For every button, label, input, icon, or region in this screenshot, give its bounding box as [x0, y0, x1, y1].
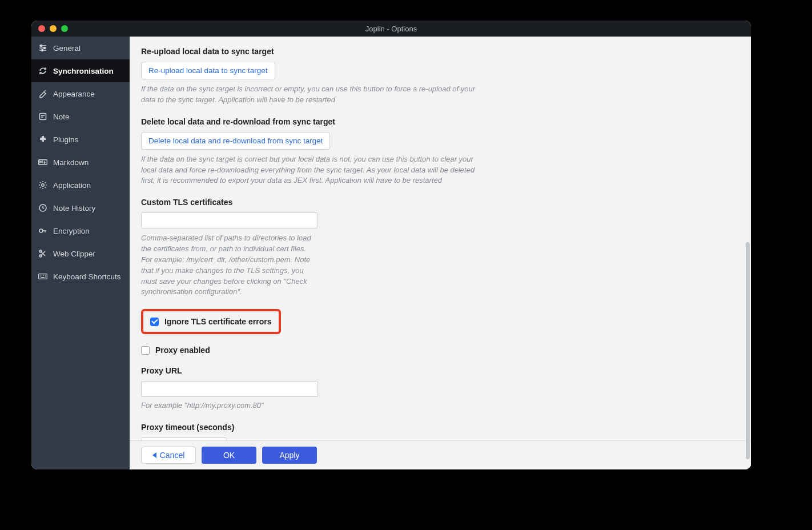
sidebar-item-label: Appearance — [53, 90, 95, 98]
tls-desc: Comma-separated list of paths to directo… — [141, 233, 312, 298]
reupload-desc: If the data on the sync target is incorr… — [141, 84, 489, 106]
ignore-tls-checkbox[interactable] — [150, 318, 159, 326]
svg-point-5 — [42, 184, 44, 186]
proxy-url-desc: For example "http://my.proxy.com:80" — [141, 400, 489, 411]
apply-button[interactable]: Apply — [262, 447, 317, 464]
sidebar-item-label: Plugins — [53, 135, 78, 144]
sidebar-item-encryption[interactable]: Encryption — [31, 219, 130, 242]
sidebar-item-web-clipper[interactable]: Web Clipper — [31, 242, 130, 265]
window-controls — [31, 25, 68, 32]
proxy-url-title: Proxy URL — [141, 366, 739, 375]
svg-rect-3 — [40, 114, 46, 120]
reupload-button[interactable]: Re-upload local data to sync target — [141, 62, 275, 79]
svg-point-1 — [44, 47, 46, 49]
proxy-url-input[interactable] — [141, 381, 318, 397]
button-label: OK — [223, 451, 235, 460]
reupload-title: Re-upload local data to sync target — [141, 47, 739, 56]
section-proxy-timeout: Proxy timeout (seconds) — [141, 423, 739, 440]
sidebar-item-plugins[interactable]: Plugins — [31, 128, 130, 151]
svg-rect-10 — [39, 274, 47, 279]
history-icon — [38, 203, 47, 212]
button-label: Apply — [279, 451, 299, 460]
sidebar-item-note-history[interactable]: Note History — [31, 196, 130, 219]
chevron-left-icon — [152, 452, 156, 458]
markdown-icon — [38, 158, 47, 167]
button-label: Cancel — [160, 451, 185, 460]
note-icon — [38, 112, 47, 121]
button-label: Delete local data and re-download from s… — [148, 136, 323, 145]
section-tls: Custom TLS certificates Comma-separated … — [141, 198, 739, 298]
highlight-box: Ignore TLS certificate errors — [141, 309, 281, 334]
window-title: Joplin - Options — [31, 25, 751, 33]
ok-button[interactable]: OK — [202, 447, 256, 464]
tls-title: Custom TLS certificates — [141, 198, 739, 207]
section-reupload: Re-upload local data to sync target Re-u… — [141, 47, 739, 106]
section-delete: Delete local data and re-download from s… — [141, 117, 739, 187]
titlebar: Joplin - Options — [31, 21, 751, 37]
ignore-tls-label: Ignore TLS certificate errors — [164, 317, 272, 326]
sidebar-item-label: Markdown — [53, 158, 89, 167]
sidebar-item-keyboard-shortcuts[interactable]: Keyboard Shortcuts — [31, 265, 130, 288]
plugin-icon — [38, 135, 47, 144]
sidebar-item-application[interactable]: Application — [31, 174, 130, 196]
sidebar-item-general[interactable]: General — [31, 37, 130, 59]
sidebar-item-synchronisation[interactable]: Synchronisation — [31, 59, 130, 82]
ignore-tls-row: Ignore TLS certificate errors — [150, 317, 272, 326]
sidebar-item-label: General — [53, 44, 81, 53]
options-window: Joplin - Options General Synchronisation… — [31, 21, 751, 469]
keyboard-icon — [38, 272, 47, 281]
section-proxy-enabled: Proxy enabled — [141, 346, 739, 355]
settings-scroll[interactable]: Re-upload local data to sync target Re-u… — [130, 37, 751, 440]
proxy-enabled-row: Proxy enabled — [141, 346, 739, 355]
window-body: General Synchronisation Appearance Note — [31, 37, 751, 469]
sidebar-item-markdown[interactable]: Markdown — [31, 151, 130, 174]
sidebar-item-label: Synchronisation — [53, 67, 114, 75]
sync-icon — [38, 66, 47, 75]
sidebar-item-appearance[interactable]: Appearance — [31, 82, 130, 105]
sidebar-item-label: Note History — [53, 204, 95, 212]
sliders-icon — [38, 43, 47, 53]
sidebar-item-note[interactable]: Note — [31, 105, 130, 128]
minimize-window-button[interactable] — [50, 25, 57, 32]
cancel-button[interactable]: Cancel — [141, 447, 196, 464]
section-ignore-tls: Ignore TLS certificate errors — [141, 309, 739, 334]
sidebar: General Synchronisation Appearance Note — [31, 37, 130, 469]
key-icon — [38, 226, 47, 235]
delete-redownload-button[interactable]: Delete local data and re-download from s… — [141, 132, 330, 150]
delete-desc: If the data on the sync target is correc… — [141, 154, 489, 187]
button-label: Re-upload local data to sync target — [148, 66, 268, 75]
svg-point-0 — [41, 45, 42, 47]
svg-point-7 — [39, 229, 43, 232]
svg-point-2 — [42, 50, 43, 51]
section-proxy-url: Proxy URL For example "http://my.proxy.c… — [141, 366, 739, 411]
proxy-timeout-title: Proxy timeout (seconds) — [141, 423, 739, 432]
sidebar-item-label: Web Clipper — [53, 250, 95, 258]
sidebar-item-label: Keyboard Shortcuts — [53, 272, 121, 281]
gear-icon — [38, 180, 47, 190]
delete-title: Delete local data and re-download from s… — [141, 117, 739, 126]
scrollbar-thumb[interactable] — [746, 242, 750, 459]
footer: Cancel OK Apply — [130, 440, 751, 469]
proxy-enabled-label: Proxy enabled — [155, 346, 210, 355]
close-window-button[interactable] — [38, 25, 45, 32]
zoom-window-button[interactable] — [61, 25, 68, 32]
sidebar-item-label: Encryption — [53, 227, 90, 235]
sidebar-item-label: Application — [53, 181, 91, 190]
content-area: Re-upload local data to sync target Re-u… — [130, 37, 751, 469]
paint-icon — [38, 89, 47, 98]
tls-cert-input[interactable] — [141, 212, 318, 228]
proxy-enabled-checkbox[interactable] — [141, 346, 150, 355]
clipper-icon — [38, 249, 47, 258]
sidebar-item-label: Note — [53, 113, 70, 121]
